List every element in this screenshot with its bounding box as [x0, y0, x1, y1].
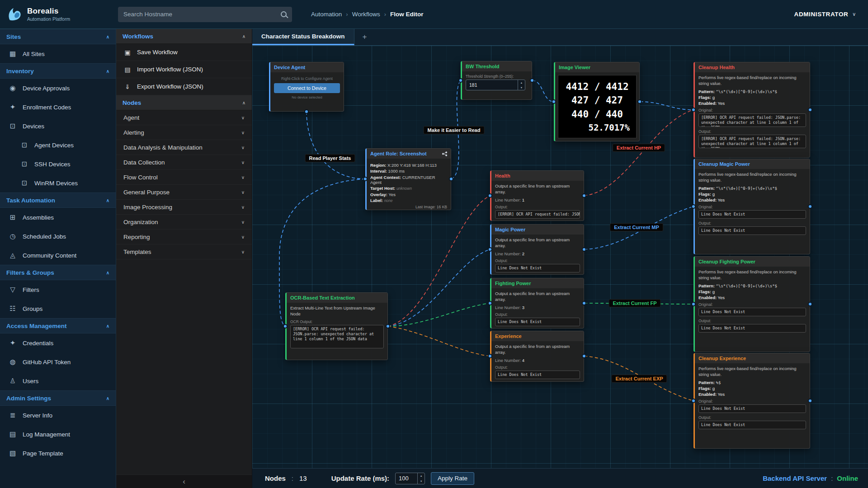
- node-bw-threshold[interactable]: BW Threshold Threshold Strength (0–255):…: [461, 61, 532, 100]
- breadcrumb-workflows[interactable]: Workflows: [352, 11, 380, 18]
- port[interactable]: [691, 302, 696, 306]
- original-field[interactable]: Line Does Not Exist: [698, 210, 806, 219]
- node-category-organization[interactable]: Organization ∨: [116, 215, 252, 230]
- port[interactable]: [363, 177, 368, 181]
- nodes-header[interactable]: Nodes ∧: [116, 95, 252, 110]
- original-field[interactable]: Line Does Not Exist: [698, 308, 806, 316]
- search-icon[interactable]: [281, 11, 287, 17]
- sidebar-item-page-template[interactable]: ▧ Page Template: [0, 444, 116, 463]
- node-image-viewer[interactable]: Image Viewer 4412 / 4412 427 / 427 440 /…: [554, 62, 640, 141]
- node-header[interactable]: Image Viewer: [555, 62, 639, 72]
- sidebar-item-assemblies[interactable]: ⊞ Assemblies: [0, 208, 116, 227]
- port[interactable]: [386, 324, 390, 328]
- node-device-agent[interactable]: Device Agent Right-Click to Configure Ag…: [269, 62, 344, 112]
- number-spinner[interactable]: ▴ ▾: [518, 80, 525, 90]
- output-field[interactable]: Line Does Not Exist: [698, 421, 806, 429]
- node-header[interactable]: Cleanup Experience: [695, 353, 810, 363]
- port[interactable]: [488, 247, 492, 252]
- node-header[interactable]: Cleanup Fighting Power: [695, 257, 810, 267]
- original-field[interactable]: Line Does Not Exist: [698, 404, 806, 413]
- node-header[interactable]: Magic Power: [491, 225, 584, 235]
- sidebar-item-github-api-token[interactable]: ◍ GitHub API Token: [0, 352, 116, 371]
- port[interactable]: [808, 399, 812, 403]
- sidebar-item-credentials[interactable]: ✦ Credentials: [0, 333, 116, 352]
- node-category-templates[interactable]: Templates ∨: [116, 244, 252, 259]
- output-field[interactable]: Line Does Not Exist: [698, 324, 806, 333]
- output-field[interactable]: Line Does Not Exist: [495, 264, 580, 272]
- sidebar-item-server-info[interactable]: ≣ Server Info: [0, 406, 116, 425]
- node-category-image-processing[interactable]: Image Processing ∨: [116, 200, 252, 215]
- node-cleanup-magic-power[interactable]: Cleanup Magic Power Performs live regex-…: [693, 159, 810, 254]
- spin-up-icon[interactable]: ▴: [418, 473, 425, 479]
- node-header[interactable]: Device Agent: [270, 62, 344, 72]
- sidebar-section-filters-groups[interactable]: Filters & Groups ∧: [0, 265, 116, 280]
- sidebar-item-groups[interactable]: ☷ Groups: [0, 299, 116, 318]
- sidebar-item-users[interactable]: ♙ Users: [0, 371, 116, 390]
- sidebar-section-sites[interactable]: Sites ∧: [0, 29, 116, 44]
- spin-down-icon[interactable]: ▾: [418, 479, 425, 484]
- output-field[interactable]: [ERROR] OCR API request failed: JSON.par…: [495, 210, 580, 219]
- port[interactable]: [637, 99, 642, 104]
- sidebar-item-log-management[interactable]: ▤ Log Management: [0, 425, 116, 444]
- node-header[interactable]: Experience: [491, 331, 584, 341]
- flow-canvas[interactable]: Read Player Stats Make it Easier to Read…: [252, 46, 868, 468]
- node-magic-power[interactable]: Magic Power Output a specific line from …: [490, 224, 584, 275]
- output-field[interactable]: Line Does Not Exist: [495, 318, 580, 326]
- port[interactable]: [304, 109, 309, 114]
- node-cleanup-experience[interactable]: Cleanup Experience Performs live regex-b…: [693, 353, 810, 449]
- port[interactable]: [449, 177, 453, 181]
- output-field[interactable]: Line Does Not Exist: [698, 226, 806, 235]
- node-header[interactable]: Health: [491, 171, 584, 181]
- sidebar-section-admin-settings[interactable]: Admin Settings ∧: [0, 390, 116, 406]
- port[interactable]: [582, 354, 586, 358]
- spin-up-icon[interactable]: ▴: [518, 80, 525, 85]
- node-header[interactable]: Cleanup Health: [695, 62, 810, 72]
- user-menu[interactable]: ADMINISTRATOR ∨: [794, 11, 856, 18]
- port[interactable]: [530, 78, 534, 83]
- port[interactable]: [458, 78, 463, 83]
- node-header[interactable]: Cleanup Magic Power: [695, 159, 810, 169]
- update-rate-value[interactable]: 100: [396, 473, 417, 484]
- brand-block[interactable]: Borealis Automation Platform: [0, 6, 116, 23]
- port[interactable]: [582, 247, 586, 252]
- node-fighting-power[interactable]: Fighting Power Output a specific line fr…: [490, 278, 584, 328]
- export-workflow-button[interactable]: ⇓ Export Workflow (JSON): [116, 78, 252, 95]
- node-header[interactable]: Agent Role: Screenshot: [367, 149, 451, 159]
- sidebar-item-ssh-devices[interactable]: ⊡ SSH Devices: [0, 155, 116, 174]
- port[interactable]: [552, 99, 556, 104]
- node-header[interactable]: BW Threshold: [462, 61, 532, 71]
- apply-rate-button[interactable]: Apply Rate: [431, 472, 474, 485]
- node-category-reporting[interactable]: Reporting ∨: [116, 230, 252, 244]
- sidebar-item-community-content[interactable]: ◬ Community Content: [0, 246, 116, 265]
- node-header[interactable]: Fighting Power: [491, 278, 584, 288]
- update-rate-input[interactable]: 100 ▴ ▾: [395, 473, 425, 484]
- sidebar-section-access-management[interactable]: Access Management ∧: [0, 318, 116, 333]
- threshold-value[interactable]: 181: [466, 80, 518, 90]
- sidebar-item-scheduled-jobs[interactable]: ◷ Scheduled Jobs: [0, 227, 116, 246]
- node-category-alerting[interactable]: Alerting ∨: [116, 125, 252, 140]
- node-agent-role-screenshot[interactable]: Agent Role: Screenshot Region: X:200 Y:4…: [365, 148, 451, 210]
- node-experience[interactable]: Experience Output a specific line from a…: [490, 331, 584, 382]
- output-field[interactable]: Line Does Not Exist: [495, 371, 580, 379]
- port[interactable]: [283, 324, 288, 328]
- spin-down-icon[interactable]: ▾: [518, 85, 525, 90]
- port[interactable]: [808, 302, 812, 306]
- number-spinner[interactable]: ▴ ▾: [417, 473, 425, 484]
- sidebar-item-device-approvals[interactable]: ◉ Device Approvals: [0, 79, 116, 98]
- connect-to-device-button[interactable]: Connect to Device: [274, 83, 340, 93]
- node-ocr-text-extraction[interactable]: OCR-Based Text Extraction Extract Multi-…: [285, 292, 388, 360]
- port[interactable]: [808, 108, 812, 112]
- port[interactable]: [582, 193, 586, 198]
- breadcrumb-automation[interactable]: Automation: [311, 11, 342, 18]
- panel-collapse-button[interactable]: ‹: [116, 474, 252, 488]
- search-box[interactable]: [118, 7, 292, 22]
- import-workflow-button[interactable]: ▤ Import Workflow (JSON): [116, 61, 252, 78]
- threshold-input[interactable]: 181 ▴ ▾: [466, 80, 525, 90]
- node-category-agent[interactable]: Agent ∨: [116, 110, 252, 125]
- node-health[interactable]: Health Output a specific line from an up…: [490, 170, 584, 221]
- port[interactable]: [582, 301, 586, 305]
- add-tab-button[interactable]: +: [354, 29, 375, 45]
- port[interactable]: [691, 108, 696, 112]
- sidebar-item-devices[interactable]: ⊡ Devices: [0, 117, 116, 136]
- original-field[interactable]: [ERROR] OCR API request failed: JSON.par…: [698, 113, 806, 127]
